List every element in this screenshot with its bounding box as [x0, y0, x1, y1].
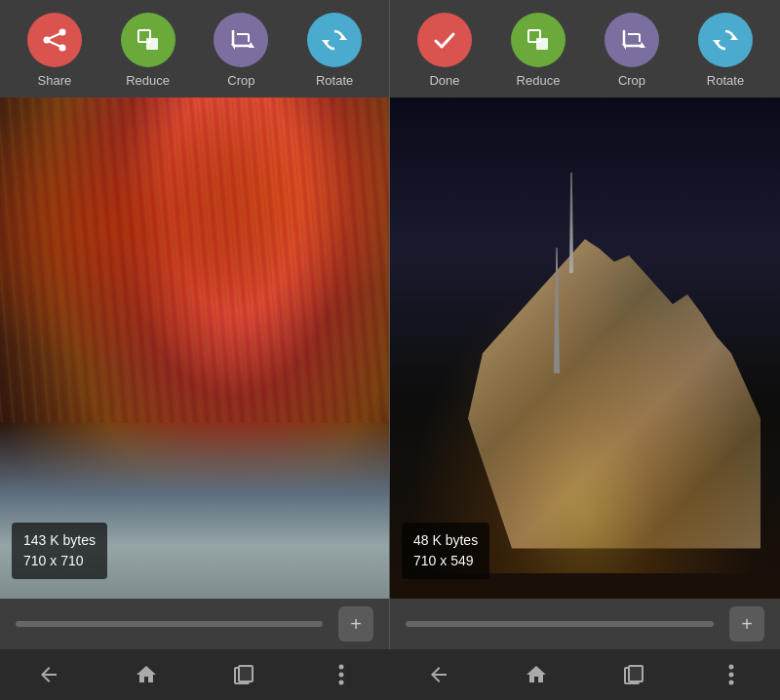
- crop-label-right: Crop: [618, 73, 645, 88]
- right-image-info: 48 K bytes 710 x 549: [402, 523, 489, 579]
- right-home-button[interactable]: [512, 649, 561, 700]
- reduce-label-left: Reduce: [126, 73, 170, 88]
- svg-point-27: [339, 665, 344, 670]
- done-tool[interactable]: Done: [417, 13, 472, 88]
- crop-tool-right[interactable]: Crop: [604, 13, 659, 88]
- right-image-area: 48 K bytes 710 x 549: [390, 97, 780, 599]
- left-recents-button[interactable]: [219, 649, 268, 700]
- svg-rect-6: [146, 38, 158, 50]
- left-menu-button[interactable]: [317, 649, 366, 700]
- svg-point-28: [339, 673, 344, 678]
- share-icon: [27, 13, 82, 67]
- rotate-tool-left[interactable]: Rotate: [307, 13, 362, 88]
- left-nav: [0, 649, 390, 700]
- right-toolbar: Done Reduce: [390, 0, 780, 97]
- left-size: 143 K bytes: [23, 530, 96, 551]
- rotate-icon-right: [698, 13, 753, 67]
- crop-icon-right: [604, 13, 659, 67]
- share-label: Share: [38, 73, 72, 88]
- left-dimensions: 710 x 710: [23, 551, 96, 571]
- right-recents-button[interactable]: [609, 649, 658, 700]
- svg-line-4: [49, 41, 59, 46]
- svg-point-33: [729, 673, 734, 678]
- rotate-label-left: Rotate: [316, 73, 353, 88]
- crop-tool-left[interactable]: Crop: [214, 13, 268, 88]
- left-add-button[interactable]: +: [338, 606, 373, 642]
- reduce-tool-right[interactable]: Reduce: [511, 13, 566, 88]
- spire: [569, 173, 573, 273]
- share-tool[interactable]: Share: [27, 13, 82, 88]
- left-image-area: 143 K bytes 710 x 710: [0, 97, 389, 599]
- right-menu-button[interactable]: [707, 649, 756, 700]
- left-image-info: 143 K bytes 710 x 710: [12, 523, 107, 579]
- rotate-tool-right[interactable]: Rotate: [698, 13, 753, 88]
- svg-line-3: [49, 33, 59, 38]
- reduce-label-right: Reduce: [517, 73, 561, 88]
- right-add-button[interactable]: +: [729, 606, 764, 642]
- done-label: Done: [429, 73, 459, 88]
- svg-marker-21: [622, 44, 626, 50]
- main-container: Share Reduce: [0, 0, 780, 649]
- svg-rect-16: [536, 38, 548, 50]
- svg-rect-26: [239, 666, 253, 681]
- crop-icon-left: [214, 13, 268, 67]
- left-home-button[interactable]: [122, 649, 171, 700]
- rotate-label-right: Rotate: [707, 73, 744, 88]
- left-panel: Share Reduce: [0, 0, 390, 649]
- svg-marker-23: [730, 35, 738, 40]
- done-icon: [417, 13, 472, 67]
- right-size: 48 K bytes: [413, 530, 478, 551]
- right-dimensions: 710 x 549: [413, 551, 478, 571]
- right-bottom-bar: +: [390, 599, 780, 649]
- reduce-icon-left: [121, 13, 176, 67]
- nav-bar: [0, 649, 780, 700]
- left-back-button[interactable]: [24, 649, 73, 700]
- reduce-tool-left[interactable]: Reduce: [121, 13, 176, 88]
- left-progress-track: [16, 621, 323, 627]
- svg-point-32: [729, 665, 734, 670]
- rotate-icon-left: [307, 13, 362, 67]
- svg-marker-14: [322, 40, 330, 45]
- crop-label-left: Crop: [227, 73, 254, 88]
- svg-marker-11: [231, 44, 235, 50]
- svg-marker-13: [339, 35, 347, 40]
- svg-rect-31: [629, 666, 643, 681]
- svg-point-34: [729, 681, 734, 685]
- right-back-button[interactable]: [414, 649, 463, 700]
- right-panel: Done Reduce: [390, 0, 780, 649]
- left-bottom-bar: +: [0, 599, 389, 649]
- svg-marker-24: [713, 40, 721, 45]
- reduce-icon-right: [511, 13, 566, 67]
- right-nav: [390, 649, 780, 700]
- svg-point-29: [339, 681, 344, 685]
- left-toolbar: Share Reduce: [0, 0, 389, 97]
- right-progress-track: [406, 621, 714, 627]
